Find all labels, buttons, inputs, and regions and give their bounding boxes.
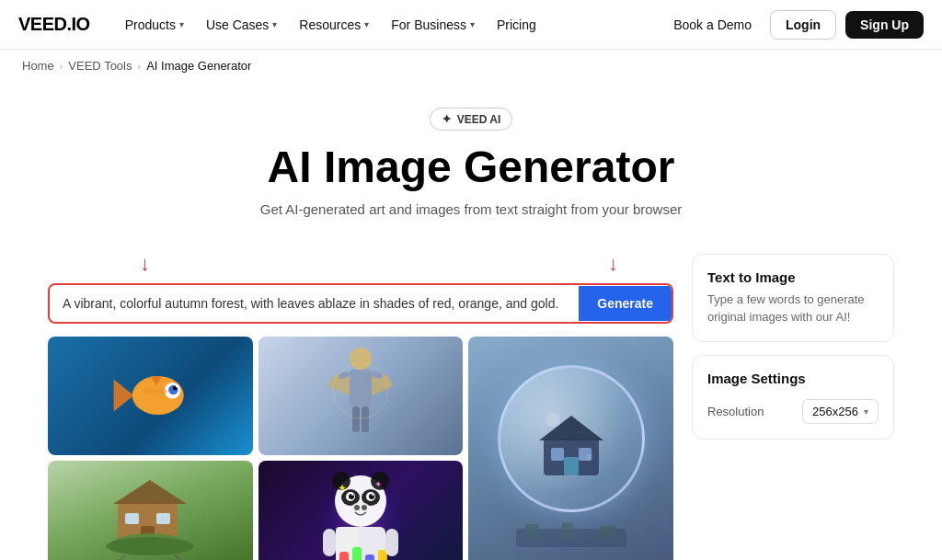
grid-image-warrior <box>258 337 464 455</box>
book-demo-link[interactable]: Book a Demo <box>664 12 761 38</box>
breadcrumb-veed-tools[interactable]: VEED Tools <box>68 59 132 73</box>
arrow-down-icon: ↓ <box>140 254 150 274</box>
image-settings-title: Image Settings <box>707 371 879 386</box>
nav-resources[interactable]: Resources ▾ <box>290 12 378 38</box>
svg-text:✦: ✦ <box>338 482 347 495</box>
svg-rect-27 <box>125 513 139 524</box>
fish-illustration <box>109 363 191 428</box>
svg-rect-10 <box>362 406 369 432</box>
svg-rect-28 <box>156 513 170 524</box>
float-house-illustration <box>90 469 210 560</box>
login-button[interactable]: Login <box>770 10 836 40</box>
svg-rect-56 <box>365 554 374 560</box>
breadcrumb-current: AI Image Generator <box>146 59 251 73</box>
image-grid: ✦ ✦ <box>48 337 673 560</box>
page-title: AI Image Generator <box>18 143 924 192</box>
svg-point-51 <box>362 505 367 510</box>
text-to-image-desc: Type a few words to generate original im… <box>707 291 879 326</box>
svg-text:✦: ✦ <box>374 479 382 489</box>
svg-point-20 <box>586 453 593 461</box>
breadcrumb: Home › VEED Tools › AI Image Generator <box>0 50 942 82</box>
svg-rect-59 <box>385 529 398 556</box>
chevron-down-icon: ▾ <box>272 19 277 29</box>
warrior-illustration <box>324 340 397 451</box>
sidebar: Text to Image Type a few words to genera… <box>692 254 894 560</box>
bubble-ground <box>516 520 626 547</box>
svg-rect-9 <box>352 406 360 432</box>
prompt-input[interactable] <box>50 285 579 322</box>
grid-image-float-house <box>48 461 253 560</box>
svg-rect-16 <box>551 448 564 461</box>
chevron-down-icon: ▾ <box>864 406 868 417</box>
svg-point-50 <box>354 505 360 510</box>
panda-illustration: ✦ ✦ <box>310 464 411 560</box>
text-to-image-card: Text to Image Type a few words to genera… <box>692 254 894 342</box>
svg-line-33 <box>175 555 191 560</box>
svg-point-44 <box>349 494 354 499</box>
arrow-left-indicator: ↓ <box>140 254 150 280</box>
nav-links: Products ▾ Use Cases ▾ Resources ▾ For B… <box>116 12 665 38</box>
svg-point-19 <box>546 413 560 428</box>
hero-section: ✦ VEED AI AI Image Generator Get AI-gene… <box>0 82 942 254</box>
chevron-down-icon: ▾ <box>179 19 184 29</box>
svg-point-5 <box>176 386 178 388</box>
grid-image-bubble-house <box>468 337 673 560</box>
arrow-down-icon: ↓ <box>608 254 618 274</box>
nav-products[interactable]: Products ▾ <box>116 12 193 38</box>
svg-rect-24 <box>599 526 615 538</box>
hero-subtitle: Get AI-generated art and images from tex… <box>18 201 924 217</box>
svg-rect-8 <box>350 370 372 406</box>
svg-rect-22 <box>525 524 539 538</box>
arrow-right-indicator: ↓ <box>608 254 618 280</box>
svg-rect-58 <box>323 529 336 556</box>
svg-line-32 <box>109 555 125 560</box>
grid-image-fish <box>48 337 253 455</box>
breadcrumb-home[interactable]: Home <box>22 59 54 73</box>
svg-point-48 <box>372 494 373 496</box>
resolution-select[interactable]: 256x256 ▾ <box>802 399 879 424</box>
nav-for-business[interactable]: For Business ▾ <box>382 12 484 38</box>
bubble-circle <box>498 365 645 512</box>
signup-button[interactable]: Sign Up <box>845 11 924 39</box>
resolution-row: Resolution 256x256 ▾ <box>707 399 879 424</box>
svg-rect-18 <box>564 457 579 475</box>
svg-point-49 <box>351 502 370 515</box>
nav-right: Book a Demo Login Sign Up <box>664 10 924 40</box>
input-row: Generate <box>48 283 673 324</box>
sparkle-icon: ✦ <box>442 112 452 126</box>
svg-rect-54 <box>339 552 349 560</box>
text-to-image-title: Text to Image <box>707 269 879 285</box>
svg-marker-26 <box>113 480 187 504</box>
svg-point-45 <box>351 494 353 496</box>
svg-point-47 <box>369 494 374 499</box>
generator-wrapper: ↓ ↓ Generate <box>0 254 942 560</box>
house-in-bubble <box>525 393 617 485</box>
navbar: VEED.IO Products ▾ Use Cases ▾ Resources… <box>0 0 942 50</box>
generate-button[interactable]: Generate <box>579 286 672 321</box>
svg-point-7 <box>350 348 372 370</box>
arrows-row: ↓ ↓ <box>48 254 673 283</box>
generator-main: ↓ ↓ Generate <box>48 254 673 560</box>
svg-marker-0 <box>114 380 134 412</box>
breadcrumb-sep-2: › <box>138 61 142 72</box>
resolution-value: 256x256 <box>812 405 858 418</box>
nav-pricing[interactable]: Pricing <box>488 12 546 38</box>
chevron-down-icon: ▾ <box>364 19 369 29</box>
nav-use-cases[interactable]: Use Cases ▾ <box>197 12 286 38</box>
svg-rect-23 <box>562 522 573 538</box>
grid-image-panda: ✦ ✦ <box>258 461 464 560</box>
logo[interactable]: VEED.IO <box>18 14 90 35</box>
svg-rect-55 <box>352 547 362 560</box>
resolution-label: Resolution <box>707 405 764 418</box>
veed-ai-badge: ✦ VEED AI <box>430 108 513 131</box>
breadcrumb-sep-1: › <box>60 61 63 72</box>
chevron-down-icon: ▾ <box>470 19 475 29</box>
svg-point-31 <box>106 537 194 555</box>
image-settings-card: Image Settings Resolution 256x256 ▾ <box>692 355 894 440</box>
